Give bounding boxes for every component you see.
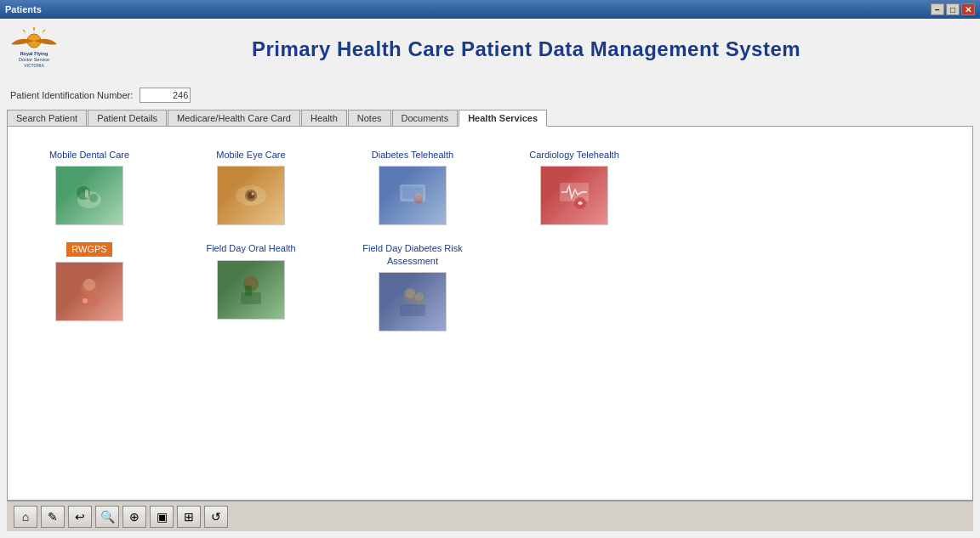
service-diabetes-telehealth[interactable]: Diabetes Telehealth	[353, 149, 472, 225]
service-image-rwgps	[55, 262, 123, 321]
title-bar: Patients − □ ✕	[0, 0, 980, 19]
minimize-button[interactable]: −	[931, 3, 944, 15]
svg-rect-31	[400, 304, 425, 316]
window-title: Patients	[5, 4, 42, 14]
svg-point-26	[245, 275, 257, 287]
bottom-toolbar: ⌂ ✎ ↩ 🔍 ⊕ ▣ ⊞ ↺	[7, 501, 973, 531]
svg-rect-9	[85, 190, 88, 198]
svg-point-30	[405, 288, 415, 298]
services-grid: Mobile Dental Care Mobile Eye Care	[21, 140, 959, 340]
oral-icon	[230, 269, 272, 311]
tab-health[interactable]: Health	[301, 110, 347, 126]
service-image-oral	[217, 260, 285, 320]
svg-point-22	[83, 279, 95, 291]
svg-text:VICTORIA: VICTORIA	[24, 63, 44, 68]
service-label-cardiology: Cardiology Telehealth	[529, 149, 619, 161]
service-image-diabetes-tele	[379, 166, 447, 225]
svg-text:Doctor Service: Doctor Service	[19, 57, 49, 62]
service-mobile-dental[interactable]: Mobile Dental Care	[30, 149, 149, 225]
rwgps-icon	[68, 270, 111, 313]
search-icon: 🔍	[100, 510, 115, 524]
service-rwgps[interactable]: RWGPS	[30, 242, 149, 331]
close-button[interactable]: ✕	[961, 3, 975, 15]
edit-icon: ✎	[48, 510, 58, 524]
tab-search[interactable]: Search Patient	[7, 110, 87, 126]
toolbar-btn-refresh[interactable]: ↺	[204, 506, 228, 528]
content-area: Mobile Dental Care Mobile Eye Care	[7, 127, 973, 501]
svg-point-33	[415, 292, 424, 301]
toolbar-btn-export[interactable]: ⊞	[177, 506, 201, 528]
cardiology-icon	[553, 174, 595, 217]
toolbar-btn-photo[interactable]: ▣	[150, 506, 174, 528]
service-image-eye	[217, 166, 285, 225]
service-label-rwgps: RWGPS	[66, 242, 111, 256]
svg-point-24	[83, 298, 88, 303]
patient-id-row: Patient Identification Number:	[7, 88, 973, 103]
service-label-diabetes-risk: Field Day Diabetes Risk Assessment	[353, 242, 472, 267]
home-icon: ⌂	[22, 510, 29, 524]
svg-line-3	[43, 30, 45, 32]
service-field-diabetes[interactable]: Field Day Diabetes Risk Assessment	[353, 242, 472, 331]
svg-rect-28	[245, 286, 252, 296]
window-controls: − □ ✕	[931, 3, 975, 15]
logo-icon: Royal Flying Doctor Service VICTORIA	[7, 25, 62, 72]
service-cardiology-telehealth[interactable]: Cardiology Telehealth	[515, 149, 634, 225]
eye-icon	[230, 174, 272, 217]
service-image-diabetes-risk	[379, 272, 447, 331]
export-icon: ⊞	[184, 510, 194, 524]
svg-point-14	[252, 193, 254, 195]
diabetes-risk-icon	[391, 280, 434, 323]
service-label-dental: Mobile Dental Care	[49, 149, 129, 161]
svg-point-18	[415, 193, 422, 200]
tab-details[interactable]: Patient Details	[88, 110, 167, 126]
toolbar-btn-edit[interactable]: ✎	[41, 506, 65, 528]
photo-icon: ▣	[157, 510, 168, 524]
tab-health-services[interactable]: Health Services	[459, 110, 547, 127]
app-title: Primary Health Care Patient Data Managem…	[79, 37, 973, 61]
svg-text:Royal Flying: Royal Flying	[20, 51, 48, 56]
window-body: Royal Flying Doctor Service VICTORIA Pri…	[0, 19, 980, 538]
toolbar-btn-home[interactable]: ⌂	[14, 506, 37, 528]
refresh-icon: ↺	[211, 510, 221, 524]
service-image-cardiology	[540, 166, 608, 225]
app-header: Royal Flying Doctor Service VICTORIA Pri…	[7, 25, 973, 79]
patient-id-input[interactable]	[140, 88, 191, 103]
toolbar-btn-back[interactable]: ↩	[68, 506, 92, 528]
logo-area: Royal Flying Doctor Service VICTORIA	[7, 25, 62, 72]
service-label-eye: Mobile Eye Care	[216, 149, 285, 161]
service-field-oral[interactable]: Field Day Oral Health	[191, 242, 311, 331]
maximize-button[interactable]: □	[946, 3, 960, 15]
patient-id-label: Patient Identification Number:	[10, 90, 133, 100]
service-label-diabetes-tele: Diabetes Telehealth	[372, 149, 453, 161]
toolbar-btn-search[interactable]: 🔍	[95, 506, 119, 528]
diabetes-tele-icon	[391, 174, 434, 217]
service-mobile-eye[interactable]: Mobile Eye Care	[191, 149, 311, 225]
tab-medicare[interactable]: Medicare/Health Care Card	[168, 110, 300, 126]
svg-point-10	[89, 194, 98, 202]
back-icon: ↩	[75, 510, 85, 524]
tab-documents[interactable]: Documents	[392, 110, 459, 126]
toolbar-btn-add[interactable]: ⊕	[122, 506, 146, 528]
service-image-dental	[55, 166, 123, 225]
add-icon: ⊕	[129, 510, 140, 524]
tab-notes[interactable]: Notes	[348, 110, 391, 126]
dental-icon	[68, 174, 111, 217]
svg-line-2	[23, 30, 26, 32]
tab-bar: Search Patient Patient Details Medicare/…	[7, 110, 973, 127]
service-label-oral: Field Day Oral Health	[206, 242, 295, 254]
